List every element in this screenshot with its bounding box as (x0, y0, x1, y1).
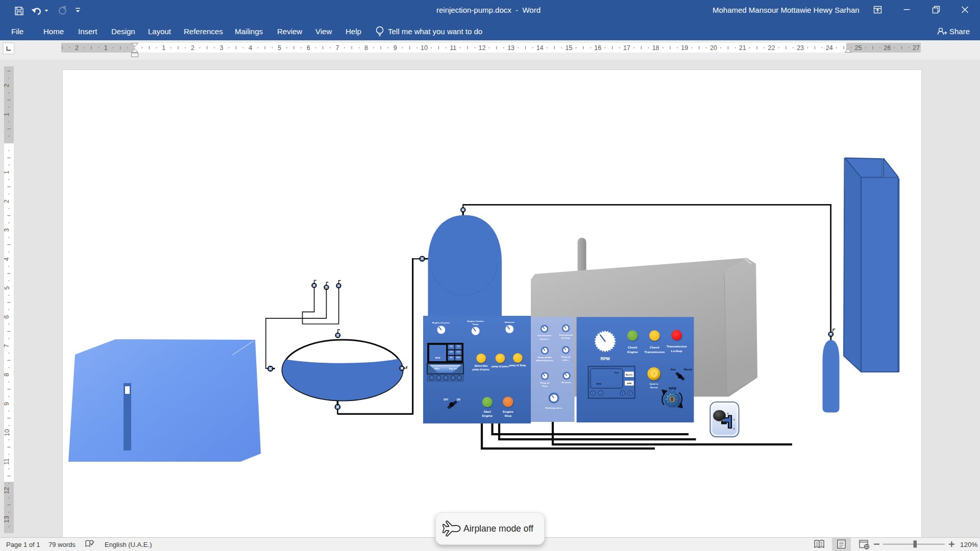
svg-text:Airplane mode off: Airplane mode off (463, 523, 533, 534)
